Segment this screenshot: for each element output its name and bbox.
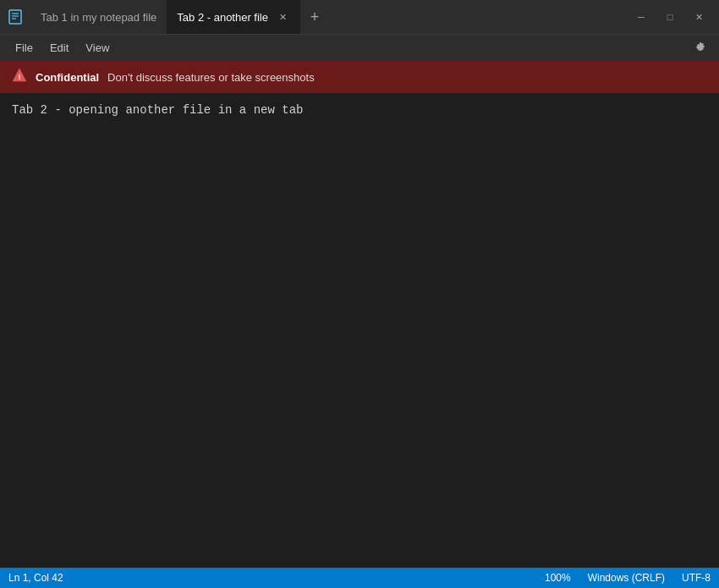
editor-content: Tab 2 - opening another file in a new ta… <box>12 102 707 119</box>
tab-2[interactable]: Tab 2 - another file ✕ <box>167 0 300 34</box>
app-icon <box>7 8 24 25</box>
status-right: 100% Windows (CRLF) UTF-8 <box>545 572 711 584</box>
editor-area[interactable]: Tab 2 - opening another file in a new ta… <box>0 93 719 568</box>
tab-1-label: Tab 1 in my notepad file <box>41 11 156 24</box>
tab-1[interactable]: Tab 1 in my notepad file <box>30 0 167 34</box>
warning-icon: ! <box>12 68 27 86</box>
status-zoom[interactable]: 100% <box>545 572 571 584</box>
svg-rect-0 <box>9 10 21 24</box>
status-position[interactable]: Ln 1, Col 42 <box>8 572 63 584</box>
title-bar: Tab 1 in my notepad file Tab 2 - another… <box>0 0 719 34</box>
window-controls: ─ □ ✕ <box>628 3 712 30</box>
menu-edit[interactable]: Edit <box>41 38 77 58</box>
tab-2-close-button[interactable]: ✕ <box>275 9 290 25</box>
confidential-banner: ! Confidential Don't discuss features or… <box>0 61 719 93</box>
minimize-button[interactable]: ─ <box>628 3 655 30</box>
menu-bar: File Edit View <box>0 34 719 61</box>
confidential-label: Confidential <box>36 71 99 84</box>
tab-2-label: Tab 2 - another file <box>177 11 268 24</box>
status-line-ending[interactable]: Windows (CRLF) <box>588 572 665 584</box>
status-bar: Ln 1, Col 42 100% Windows (CRLF) UTF-8 <box>0 568 719 588</box>
tabs-container: Tab 1 in my notepad file Tab 2 - another… <box>30 0 628 34</box>
settings-button[interactable] <box>689 36 712 60</box>
maximize-button[interactable]: □ <box>656 3 683 30</box>
status-encoding[interactable]: UTF-8 <box>682 572 711 584</box>
confidential-text: Don't discuss features or take screensho… <box>107 71 315 84</box>
menu-view[interactable]: View <box>77 38 118 58</box>
close-button[interactable]: ✕ <box>685 3 712 30</box>
menu-file[interactable]: File <box>7 38 41 58</box>
svg-text:!: ! <box>19 73 21 81</box>
new-tab-button[interactable]: + <box>300 3 329 31</box>
